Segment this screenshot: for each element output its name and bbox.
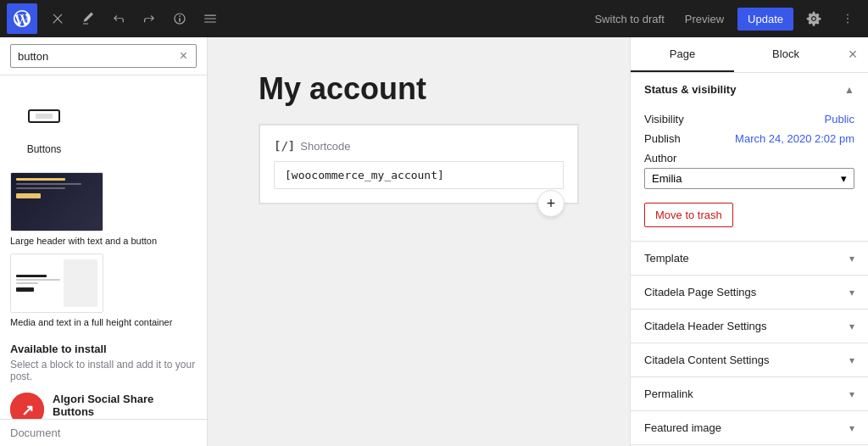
edit-icon[interactable] — [75, 5, 102, 32]
buttons-block-item[interactable]: Buttons — [10, 86, 78, 165]
close-button[interactable] — [44, 5, 71, 32]
author-label: Author — [644, 152, 854, 164]
featured-image-chevron-icon: ▾ — [849, 422, 854, 434]
available-section: Available to install Select a block to i… — [10, 343, 197, 419]
citadela-page-header[interactable]: Citadela Page Settings ▾ — [631, 276, 868, 309]
featured-image-header[interactable]: Featured image ▾ — [631, 411, 868, 444]
pattern-label-1: Media and text in a full height containe… — [10, 316, 172, 328]
more-options-button[interactable] — [834, 5, 861, 32]
status-visibility-body: Visibility Public Publish March 24, 2020… — [631, 106, 868, 241]
buttons-icon — [24, 96, 64, 137]
status-visibility-header[interactable]: Status & visibility ▲ — [631, 73, 868, 106]
chevron-up-icon: ▲ — [844, 84, 854, 96]
pattern-grid: Large header with text and a button — [10, 172, 197, 329]
switch-to-draft-button[interactable]: Switch to draft — [587, 9, 670, 29]
permalink-header[interactable]: Permalink ▾ — [631, 377, 868, 410]
template-title: Template — [644, 252, 689, 265]
undo-button[interactable] — [105, 5, 132, 32]
featured-image-section: Featured image ▾ — [631, 411, 868, 445]
settings-button[interactable] — [800, 5, 827, 32]
citadela-content-section: Citadela Content Settings ▾ — [631, 343, 868, 377]
search-input[interactable] — [18, 50, 178, 63]
shortcode-block[interactable]: [/] Shortcode [woocommerce_my_account] — [259, 125, 578, 203]
pattern-item-0[interactable]: Large header with text and a button — [10, 172, 157, 247]
search-bar: × — [0, 37, 207, 75]
tab-block[interactable]: Block — [734, 37, 837, 72]
search-input-wrap: × — [10, 44, 197, 68]
citadela-header-section: Citadela Header Settings ▾ — [631, 309, 868, 343]
citadela-header-chevron-icon: ▾ — [849, 321, 854, 332]
publish-row: Publish March 24, 2020 2:02 pm — [644, 132, 854, 145]
tab-page[interactable]: Page — [631, 37, 734, 72]
citadela-page-section: Citadela Page Settings ▾ — [631, 276, 868, 309]
info-button[interactable] — [166, 5, 193, 32]
permalink-section: Permalink ▾ — [631, 377, 868, 411]
shortcode-content[interactable]: [woocommerce_my_account] — [274, 161, 564, 189]
permalink-chevron-icon: ▾ — [849, 388, 854, 400]
status-visibility-title: Status & visibility — [644, 83, 736, 96]
author-dropdown-icon: ▾ — [841, 172, 847, 185]
main-layout: × Buttons — [0, 37, 868, 446]
svg-text:↗: ↗ — [21, 401, 34, 418]
right-sidebar: Page Block × Status & visibility ▲ Visib… — [630, 37, 868, 446]
template-chevron-icon: ▾ — [849, 253, 854, 265]
search-clear-button[interactable]: × — [178, 48, 189, 64]
toolbar: Switch to draft Preview Update — [0, 0, 868, 37]
available-title: Available to install — [10, 343, 197, 355]
plugin-name: Algori Social Share Buttons — [53, 393, 197, 418]
visibility-row: Visibility Public — [644, 113, 854, 125]
featured-image-title: Featured image — [644, 421, 721, 434]
patterns-section: Large header with text and a button — [10, 172, 197, 329]
publish-label: Publish — [644, 132, 681, 145]
close-sidebar-button[interactable]: × — [837, 40, 868, 70]
visibility-value[interactable]: Public — [825, 113, 854, 125]
buttons-block-label: Buttons — [27, 143, 62, 155]
permalink-title: Permalink — [644, 387, 693, 400]
visibility-label: Visibility — [644, 113, 684, 125]
citadela-content-header[interactable]: Citadela Content Settings ▾ — [631, 343, 868, 376]
citadela-header-header[interactable]: Citadela Header Settings ▾ — [631, 309, 868, 343]
citadela-page-chevron-icon: ▾ — [849, 287, 854, 298]
citadela-content-chevron-icon: ▾ — [849, 354, 854, 366]
pattern-thumb-light — [10, 254, 103, 313]
preview-button[interactable]: Preview — [678, 9, 731, 29]
sidebar-footer: Document — [0, 419, 207, 446]
wp-logo[interactable] — [7, 3, 37, 34]
left-sidebar: × Buttons — [0, 37, 208, 446]
block-wrapper: [/] Shortcode [woocommerce_my_account] + — [259, 124, 579, 204]
right-sidebar-header: Page Block × — [631, 37, 868, 73]
sidebar-content: Buttons Large — [0, 75, 207, 419]
pattern-thumb-dark — [10, 172, 103, 231]
available-desc: Select a block to install and add it to … — [10, 359, 197, 382]
shortcode-bracket-icon: [/] — [274, 139, 295, 153]
pattern-item-1[interactable]: Media and text in a full height containe… — [10, 254, 172, 328]
shortcode-header: [/] Shortcode — [274, 139, 564, 153]
shortcode-label: Shortcode — [300, 140, 350, 153]
right-sidebar-content: Status & visibility ▲ Visibility Public … — [631, 73, 868, 446]
page-title: My account — [259, 71, 579, 107]
status-visibility-section: Status & visibility ▲ Visibility Public … — [631, 73, 868, 242]
template-section: Template ▾ — [631, 242, 868, 276]
plugin-info: Algori Social Share Buttons by Kevin Baz… — [53, 393, 197, 419]
move-to-trash-button[interactable]: Move to trash — [644, 203, 733, 227]
plugin-item[interactable]: ↗ Algori Social Share Buttons by Kevin B… — [10, 393, 197, 419]
citadela-header-title: Citadela Header Settings — [644, 320, 767, 332]
author-value: Emilia — [652, 172, 682, 185]
list-view-button[interactable] — [197, 5, 224, 32]
update-button[interactable]: Update — [737, 8, 793, 31]
publish-value[interactable]: March 24, 2020 2:02 pm — [735, 132, 854, 145]
template-header[interactable]: Template ▾ — [631, 242, 868, 275]
plugin-icon: ↗ — [10, 393, 44, 419]
svg-rect-1 — [36, 114, 53, 119]
add-block-button[interactable]: + — [537, 190, 565, 217]
citadela-content-title: Citadela Content Settings — [644, 354, 769, 366]
author-select[interactable]: Emilia ▾ — [644, 168, 854, 189]
center-content: My account [/] Shortcode [woocommerce_my… — [208, 37, 630, 446]
pattern-label-0: Large header with text and a button — [10, 235, 157, 247]
citadela-page-title: Citadela Page Settings — [644, 286, 756, 298]
redo-button[interactable] — [136, 5, 163, 32]
